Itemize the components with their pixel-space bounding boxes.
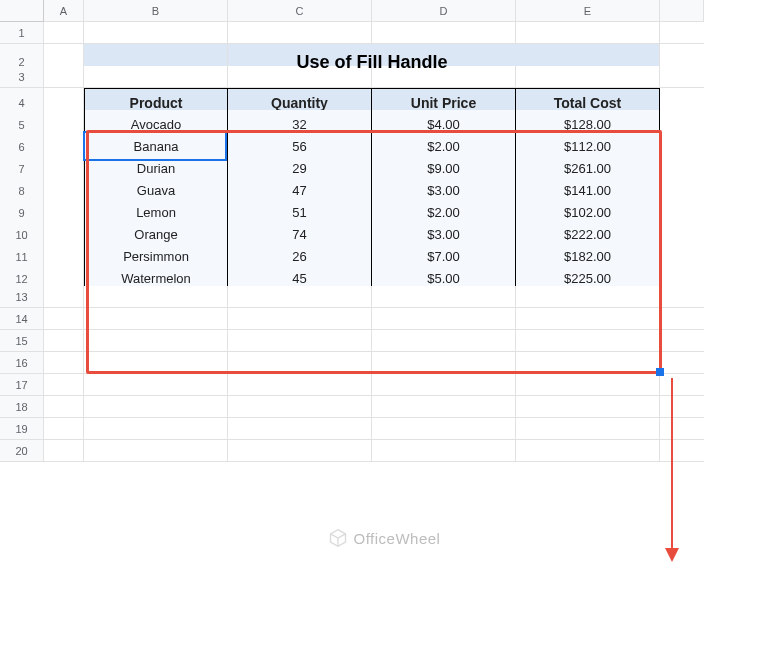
cell-D14[interactable]: [372, 308, 516, 330]
corner-cell[interactable]: [0, 0, 44, 22]
row-header-19[interactable]: 19: [0, 418, 44, 440]
cell-A19[interactable]: [44, 418, 84, 440]
sheet-title: Use of Fill Handle: [84, 44, 660, 80]
cell-E17[interactable]: [516, 374, 660, 396]
col-header-D[interactable]: D: [372, 0, 516, 22]
row-header-15[interactable]: 15: [0, 330, 44, 352]
row-header-1[interactable]: 1: [0, 22, 44, 44]
cell-gutter-20: [660, 440, 704, 462]
cube-icon: [328, 528, 348, 548]
cell-A20[interactable]: [44, 440, 84, 462]
cell-A15[interactable]: [44, 330, 84, 352]
col-header-spacer: [660, 0, 704, 22]
cell-D15[interactable]: [372, 330, 516, 352]
cell-E1[interactable]: [516, 22, 660, 44]
cell-D1[interactable]: [372, 22, 516, 44]
cell-A3[interactable]: [44, 66, 84, 88]
cell-D13[interactable]: [372, 286, 516, 308]
drag-arrow: [668, 378, 682, 562]
cell-C14[interactable]: [228, 308, 372, 330]
cell-D17[interactable]: [372, 374, 516, 396]
cell-B17[interactable]: [84, 374, 228, 396]
cell-E19[interactable]: [516, 418, 660, 440]
cell-gutter-17: [660, 374, 704, 396]
cell-gutter-19: [660, 418, 704, 440]
cell-D20[interactable]: [372, 440, 516, 462]
cell-E18[interactable]: [516, 396, 660, 418]
cell-C13[interactable]: [228, 286, 372, 308]
cell-D16[interactable]: [372, 352, 516, 374]
cell-A16[interactable]: [44, 352, 84, 374]
cell-B19[interactable]: [84, 418, 228, 440]
col-header-A[interactable]: A: [44, 0, 84, 22]
col-header-C[interactable]: C: [228, 0, 372, 22]
cell-B20[interactable]: [84, 440, 228, 462]
cell-C16[interactable]: [228, 352, 372, 374]
row-header-17[interactable]: 17: [0, 374, 44, 396]
cell-C19[interactable]: [228, 418, 372, 440]
cell-B16[interactable]: [84, 352, 228, 374]
cell-C1[interactable]: [228, 22, 372, 44]
watermark: OfficeWheel: [0, 528, 768, 548]
cell-E15[interactable]: [516, 330, 660, 352]
cell-A14[interactable]: [44, 308, 84, 330]
fill-handle[interactable]: [656, 368, 664, 376]
cell-A1[interactable]: [44, 22, 84, 44]
cell-D19[interactable]: [372, 418, 516, 440]
cell-A13[interactable]: [44, 286, 84, 308]
cell-C18[interactable]: [228, 396, 372, 418]
row-header-13[interactable]: 13: [0, 286, 44, 308]
row-header-20[interactable]: 20: [0, 440, 44, 462]
col-header-E[interactable]: E: [516, 0, 660, 22]
cell-gutter-15: [660, 330, 704, 352]
cell-D18[interactable]: [372, 396, 516, 418]
cell-A18[interactable]: [44, 396, 84, 418]
cell-gutter-1: [660, 22, 704, 44]
cell-B14[interactable]: [84, 308, 228, 330]
row-header-18[interactable]: 18: [0, 396, 44, 418]
row-header-3[interactable]: 3: [0, 66, 44, 88]
cell-E20[interactable]: [516, 440, 660, 462]
cell-gutter-3: [660, 66, 704, 88]
cell-C17[interactable]: [228, 374, 372, 396]
cell-B15[interactable]: [84, 330, 228, 352]
cell-C15[interactable]: [228, 330, 372, 352]
cell-B18[interactable]: [84, 396, 228, 418]
cell-gutter-16: [660, 352, 704, 374]
cell-gutter-14: [660, 308, 704, 330]
cell-E13[interactable]: [516, 286, 660, 308]
cell-gutter-13: [660, 286, 704, 308]
row-header-14[interactable]: 14: [0, 308, 44, 330]
cell-C20[interactable]: [228, 440, 372, 462]
col-header-B[interactable]: B: [84, 0, 228, 22]
row-header-16[interactable]: 16: [0, 352, 44, 374]
cell-gutter-18: [660, 396, 704, 418]
cell-A17[interactable]: [44, 374, 84, 396]
cell-B1[interactable]: [84, 22, 228, 44]
cell-B13[interactable]: [84, 286, 228, 308]
cell-E16[interactable]: [516, 352, 660, 374]
cell-E14[interactable]: [516, 308, 660, 330]
watermark-text: OfficeWheel: [354, 530, 441, 547]
